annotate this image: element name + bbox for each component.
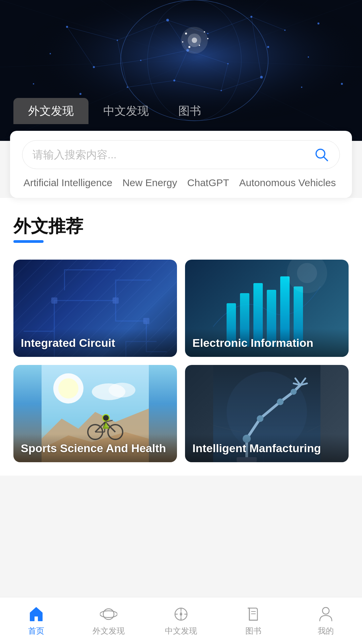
nav-foreign-label: 外文发现	[93, 626, 125, 636]
svg-point-97	[257, 415, 263, 422]
svg-point-46	[185, 33, 187, 35]
search-button[interactable]	[313, 147, 329, 163]
svg-point-74	[297, 263, 317, 283]
bottom-nav: 首页 外文发现 中文发现	[0, 597, 362, 644]
card-sports-science[interactable]: Sports Science And Health	[13, 365, 177, 462]
cards-section: Integrated Circuit	[0, 253, 362, 476]
svg-point-49	[188, 46, 190, 48]
svg-point-8	[317, 22, 319, 24]
nav-mine-label: 我的	[318, 626, 334, 636]
tab-foreign[interactable]: 外文发现	[13, 98, 88, 124]
tab-books[interactable]: 图书	[164, 98, 216, 124]
nav-chinese-label: 中文发现	[165, 626, 197, 636]
person-icon	[317, 605, 335, 623]
search-input[interactable]	[33, 149, 307, 161]
nav-foreign-discovery[interactable]: 外文发现	[72, 605, 145, 636]
card-manufacturing-label: Intelligent Manfacturing	[185, 434, 349, 462]
svg-point-77	[58, 378, 78, 398]
search-tag-chatgpt[interactable]: ChatGPT	[187, 177, 229, 189]
card-integrated-label: Integrated Circuit	[13, 329, 177, 357]
svg-line-61	[324, 157, 327, 161]
card-manufacturing[interactable]: Intelligent Manfacturing	[185, 365, 349, 462]
hero-banner: 外文发现 中文发现 图书	[0, 0, 362, 141]
nav-mine[interactable]: 我的	[290, 605, 362, 636]
nav-library-label: 图书	[245, 626, 261, 636]
home-icon	[27, 605, 45, 623]
card-integrated-circuit[interactable]: Integrated Circuit	[13, 260, 177, 357]
planet-icon	[100, 605, 117, 623]
search-section: Artificial Intelligence New Energy ChatG…	[10, 131, 352, 198]
search-tag-energy[interactable]: New Energy	[122, 177, 177, 189]
nav-library[interactable]: 图书	[217, 605, 290, 636]
tab-bar: 外文发现 中文发现 图书	[13, 98, 349, 124]
card-sports-label: Sports Science And Health	[13, 434, 177, 462]
svg-point-45	[192, 38, 197, 43]
card-electronic-label: Electronic Information	[185, 329, 349, 357]
nav-chinese-discovery[interactable]: 中文发现	[145, 605, 217, 636]
svg-point-99	[291, 389, 297, 395]
search-tag-ai[interactable]: Artificial Intelligence	[23, 177, 112, 189]
section-title: 外文推荐	[13, 215, 83, 243]
search-bar	[22, 140, 340, 169]
search-tags: Artificial Intelligence New Energy ChatG…	[22, 177, 340, 189]
svg-point-98	[277, 398, 284, 405]
svg-point-14	[267, 46, 269, 48]
nav-home-label: 首页	[28, 626, 44, 636]
svg-point-122	[322, 607, 329, 614]
svg-point-113	[100, 611, 117, 618]
svg-point-15	[308, 56, 309, 58]
svg-point-9	[50, 53, 51, 54]
svg-point-48	[199, 45, 200, 46]
svg-point-51	[182, 41, 183, 43]
tab-chinese[interactable]: 中文发现	[88, 98, 164, 124]
compass-icon	[172, 605, 190, 623]
card-electronic-information[interactable]: Electronic Information	[185, 260, 349, 357]
book-icon	[245, 605, 262, 623]
svg-rect-63	[113, 298, 119, 304]
nav-home[interactable]: 首页	[0, 605, 72, 636]
svg-point-79	[109, 383, 135, 397]
svg-point-47	[204, 31, 205, 33]
section-header: 外文推荐	[0, 198, 362, 253]
search-tag-vehicles[interactable]: Autonomous Vehicles	[239, 177, 336, 189]
svg-point-16	[33, 83, 34, 85]
svg-point-23	[341, 83, 343, 85]
svg-point-50	[207, 38, 208, 39]
svg-rect-66	[143, 318, 149, 324]
svg-rect-62	[51, 298, 57, 304]
cards-grid: Integrated Circuit	[13, 260, 349, 462]
